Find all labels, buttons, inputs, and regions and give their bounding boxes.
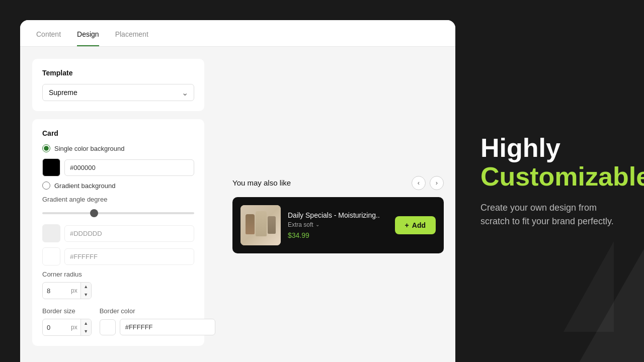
right-panel: Highly Customizable Create your own desi… <box>455 0 644 362</box>
product-info: Daily Specials - Moisturizing.. Extra so… <box>288 211 388 239</box>
design-sidebar: Template Supreme Minimal Bold Classic Ca… <box>20 47 216 362</box>
color1-input[interactable]: #000000 <box>64 159 194 176</box>
preview-area: You may also like ‹ › <box>216 47 455 362</box>
add-plus-icon: + <box>405 221 409 229</box>
bottle3-decoration <box>268 216 276 234</box>
color3-swatch[interactable] <box>42 247 60 265</box>
border-size-label: Border size <box>42 307 92 315</box>
add-label: Add <box>412 221 426 229</box>
product-name: Daily Specials - Moisturizing.. <box>288 211 388 219</box>
template-section: Template Supreme Minimal Bold Classic <box>32 59 204 111</box>
corner-radius-unit: px <box>68 287 80 294</box>
triangle-decoration-2 <box>564 241 614 332</box>
border-size-stepper: ▲ ▼ <box>80 319 91 335</box>
corner-radius-down[interactable]: ▼ <box>81 291 91 299</box>
variant-row: Extra soft ⌄ <box>288 221 388 228</box>
gradient-row: Gradient background <box>42 182 194 190</box>
border-size-down[interactable]: ▼ <box>81 327 91 335</box>
border-row: Border size px ▲ ▼ Border color <box>42 303 194 336</box>
widget-header: You may also like ‹ › <box>232 176 444 190</box>
border-size-unit: px <box>68 324 80 331</box>
gradient-angle-slider-wrapper <box>42 207 194 216</box>
gradient-label: Gradient background <box>54 182 115 190</box>
border-color-input[interactable]: #FFFFFF <box>120 319 215 335</box>
gradient-angle-label: Gradient angle degree <box>42 196 194 203</box>
bottle2-decoration <box>256 211 267 236</box>
color2-input[interactable] <box>64 225 194 242</box>
border-color-label: Border color <box>100 307 215 315</box>
color1-swatch[interactable] <box>42 158 60 176</box>
color2-row <box>42 224 194 242</box>
corner-radius-up[interactable]: ▲ <box>81 283 91 291</box>
gradient-angle-slider[interactable] <box>42 212 194 214</box>
corner-radius-input[interactable]: 8 <box>43 284 68 298</box>
headline-line2: Customizable <box>480 162 619 191</box>
product-image <box>240 205 281 245</box>
border-size-col: Border size px ▲ ▼ <box>42 303 92 336</box>
border-size-up[interactable]: ▲ <box>81 319 91 327</box>
color3-input[interactable] <box>64 248 194 265</box>
template-select[interactable]: Supreme Minimal Bold Classic <box>42 84 194 101</box>
product-card: Daily Specials - Moisturizing.. Extra so… <box>232 197 444 253</box>
color3-row <box>42 247 194 265</box>
variant-chevron-icon[interactable]: ⌄ <box>315 222 319 227</box>
border-color-row: #FFFFFF <box>100 319 215 335</box>
product-image-inner <box>240 205 281 245</box>
border-size-input-group: px ▲ ▼ <box>42 319 92 336</box>
corner-radius-label: Corner radius <box>42 270 194 278</box>
bottle1-decoration <box>246 214 255 234</box>
headline: Highly Customizable <box>480 134 619 191</box>
single-color-label: Single color background <box>54 145 124 152</box>
add-button[interactable]: + Add <box>395 216 436 234</box>
corner-radius-row: 8 px ▲ ▼ <box>42 282 194 299</box>
color2-swatch[interactable] <box>42 224 60 242</box>
tab-placement[interactable]: Placement <box>115 30 148 46</box>
product-price: $34.99 <box>288 231 388 239</box>
color1-row: #000000 <box>42 158 194 176</box>
card-section: Card Single color background #000000 Gra… <box>32 119 204 346</box>
gradient-radio[interactable] <box>42 182 50 190</box>
subtext: Create your own design from scratch to f… <box>480 201 619 228</box>
corner-radius-input-group: 8 px ▲ ▼ <box>42 282 92 299</box>
card-label: Card <box>42 129 194 137</box>
border-size-input[interactable] <box>43 321 68 334</box>
widget-preview: You may also like ‹ › <box>232 176 444 253</box>
tab-design[interactable]: Design <box>77 30 99 46</box>
variant-text: Extra soft <box>288 221 313 228</box>
nav-arrows: ‹ › <box>412 176 444 190</box>
template-select-wrapper: Supreme Minimal Bold Classic <box>42 84 194 101</box>
single-color-radio[interactable] <box>42 144 50 152</box>
tab-bar: Content Design Placement <box>20 20 455 47</box>
tab-content[interactable]: Content <box>36 30 61 46</box>
headline-line1: Highly <box>480 134 619 162</box>
corner-radius-stepper: ▲ ▼ <box>80 283 91 299</box>
template-label: Template <box>42 69 194 77</box>
border-color-swatch[interactable] <box>100 319 116 335</box>
widget-title: You may also like <box>232 178 291 187</box>
prev-arrow[interactable]: ‹ <box>412 176 426 190</box>
next-arrow[interactable]: › <box>430 176 444 190</box>
single-color-row: Single color background <box>42 144 194 152</box>
border-color-col: Border color #FFFFFF <box>100 303 215 336</box>
